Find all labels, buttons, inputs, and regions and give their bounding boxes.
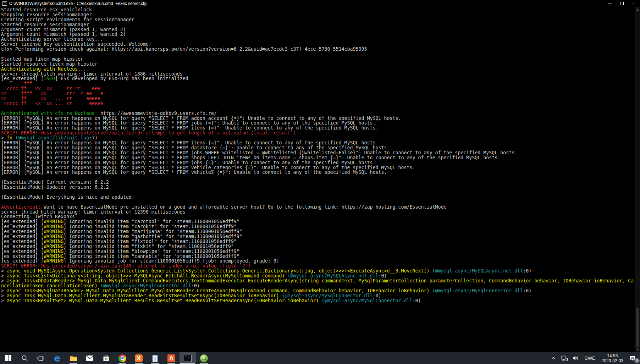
console-line <box>1 175 635 180</box>
console-line: Started map fivem-map-hipster <box>1 57 635 62</box>
desktop-screen: C:\WINDOWS\system32\cmd.exe - C:\esx\esx… <box>0 0 640 364</box>
cmd-window-icon <box>2 1 7 6</box>
console-line: Creating script environments for session… <box>1 17 635 22</box>
window-title: C:\WINDOWS\system32\cmd.exe - C:\esx\esx… <box>9 1 147 6</box>
console-scrollbar[interactable]: ▲ ▼ <box>635 7 640 352</box>
taskbar-item-cmd[interactable] <box>180 352 196 364</box>
language-indicator[interactable]: SWE <box>581 352 598 364</box>
console-line: Server license key authentication succee… <box>1 42 635 47</box>
console-line: [ERROR] [MySQL] An error happens on MySQ… <box>1 165 635 170</box>
console-line: > async Task<MySqlDataReader> MySql.Data… <box>1 288 635 293</box>
console-line: [es_extended] [WARNING] Ignoring invalid… <box>1 249 635 254</box>
console-line: [es_extended] [WARNING] Ignoring invalid… <box>1 229 635 234</box>
console-line <box>1 190 635 195</box>
taskview-icon <box>37 355 44 362</box>
console-line: [ERROR] [MySQL] An error happens on MySQ… <box>1 121 635 126</box>
start-icon <box>5 355 11 361</box>
explorer-icon <box>70 355 77 362</box>
taskbar-item-fivem[interactable]: Λ <box>163 352 180 364</box>
console-line: [es_extended] [WARNING] Ignoring invalid… <box>1 219 635 224</box>
console-line: > async Task MySql.Data.MySqlClient.MySq… <box>1 293 635 298</box>
console-line: [ERROR] [MySQL] An error happens on MySQ… <box>1 160 635 165</box>
taskbar-item-xampp[interactable]: X <box>131 352 147 364</box>
console-line: [EssentialMode] Current version: 6.2.2 <box>1 180 635 185</box>
taskbar-item-mail[interactable] <box>82 352 98 364</box>
taskbar-item-notepad[interactable] <box>147 352 163 364</box>
fivem-icon: Λ <box>167 354 175 362</box>
console-line: [es_extended] [WARNING] Ignoring invalid… <box>1 224 635 229</box>
console-line: [es_extended] [INFO] ESX developed by ES… <box>1 76 635 81</box>
scroll-down-arrow[interactable]: ▼ <box>635 347 640 352</box>
console-line: Started resource sessionmanager <box>1 22 635 27</box>
console-line: > async Task<ResultSet> MySql.Data.MySql… <box>1 298 635 303</box>
heidisql-icon: HS <box>200 354 208 362</box>
notepad-icon <box>152 354 159 362</box>
console-line <box>1 52 635 57</box>
console-line: > async Task<List<Dictionary<string, obj… <box>1 274 635 278</box>
taskbar-item-taskview[interactable] <box>33 352 49 364</box>
edge-icon: e <box>54 354 60 362</box>
notification-badge: 3 <box>634 358 640 363</box>
console-line: [ERROR] [MySQL] An error happens on MySQ… <box>1 155 635 160</box>
console-line: Stopping resource sessionmanager <box>1 12 635 17</box>
console-line: server thread hitch warning: timer inter… <box>1 210 635 215</box>
console-line: cfx> Performing version check against: h… <box>1 47 635 52</box>
console-output[interactable]: Started resource esx_vehiclelockStopping… <box>0 7 635 352</box>
console-line: [es_extended] [WARNING] Ignoring invalid… <box>1 244 635 249</box>
search-icon <box>21 355 28 362</box>
window-controls <box>604 0 640 7</box>
console-line: Argument count mismatch (passed 1, wante… <box>1 32 635 37</box>
taskbar-item-start[interactable] <box>0 352 16 364</box>
console-line <box>1 200 635 205</box>
console-line: cc ffff xx rrr r ee e <box>1 91 635 96</box>
clock-time: 14:53 <box>607 353 618 358</box>
clock-date: 2020-02-03 <box>602 358 623 363</box>
scrollbar-thumb[interactable] <box>636 308 639 347</box>
console-line: fff <box>1 81 635 86</box>
console-line: Started resource fivem-map-hipster <box>1 62 635 67</box>
tray-chevron-up-icon[interactable] <box>548 352 558 364</box>
taskbar-item-heidisql[interactable]: HS <box>196 352 212 364</box>
taskbar-item-explorer[interactable] <box>65 352 82 364</box>
console-line: Authenticating server license key... <box>1 37 635 42</box>
taskbar: eXΛHS SWE <box>0 352 640 364</box>
maximize-button[interactable] <box>616 0 628 7</box>
taskbar-items: eXΛHS <box>0 352 212 364</box>
console-line: > fn (@mysql-async/lib/init.lua:7) <box>1 136 635 140</box>
minimize-button[interactable] <box>604 0 616 7</box>
taskbar-item-store[interactable] <box>98 352 114 364</box>
console-line: [ERROR] [MySQL] An error happens on MySQ… <box>1 150 635 155</box>
scroll-up-arrow[interactable]: ▲ <box>635 7 640 12</box>
console-line: [es_extended] [WARNING] Ignoring invalid… <box>1 259 635 264</box>
console-line: [ERROR] [MySQL] An error happens on MySQ… <box>1 140 635 145</box>
taskbar-item-search[interactable] <box>16 352 33 364</box>
console-line: server thread hitch warning: timer inter… <box>1 72 635 77</box>
cmd-icon <box>184 355 192 362</box>
console-line: [EssentialMode] Everything is nice and u… <box>1 195 635 200</box>
console-line: [ERROR] [MySQL] An error happens on MySQ… <box>1 116 635 121</box>
taskbar-item-chrome[interactable] <box>114 352 131 364</box>
console-line: Started resource esx_vehiclelock <box>1 7 635 12</box>
console-line: ccccc ff xx xx ... rr eeeee <box>1 101 635 106</box>
console-line: cccc ff xx xx rr rr eee <box>1 86 635 91</box>
console-line: ncellationToken cancellationToken) (@mys… <box>1 283 635 288</box>
network-icon[interactable] <box>558 352 570 364</box>
mail-icon <box>86 355 93 361</box>
taskbar-clock[interactable]: 14:53 2020-02-03 <box>598 352 627 364</box>
console-line: Advertisement: Want to have EssentialMod… <box>1 205 635 210</box>
console-line: Authenticating with Nucleus... <box>1 67 635 72</box>
system-tray: SWE 14:53 2020-02-03 3 <box>548 352 640 364</box>
volume-icon[interactable] <box>570 352 581 364</box>
taskbar-item-edge[interactable]: e <box>49 352 65 364</box>
console-line: [ERROR] [MySQL] An error happens on MySQ… <box>1 126 635 131</box>
console-line: [es_extended] [WARNING] Ignoring invalid… <box>1 234 635 239</box>
chrome-icon <box>118 354 126 362</box>
console-line: Authenticated with cfx.re Nucleus: https… <box>1 111 635 116</box>
console-line: > async Task<DbDataReader> MySql.Data.My… <box>1 278 635 283</box>
console-line: [EssentialMode] Updater version: 6.2.2 <box>1 185 635 190</box>
action-center-button[interactable]: 3 <box>627 352 640 364</box>
console-line: SCRIPT ERROR: @es_extended/server/main.l… <box>1 264 635 269</box>
close-button[interactable] <box>628 0 640 7</box>
store-icon <box>103 354 110 362</box>
console-line: [ERROR] [MySQL] An error happens on MySQ… <box>1 145 635 150</box>
